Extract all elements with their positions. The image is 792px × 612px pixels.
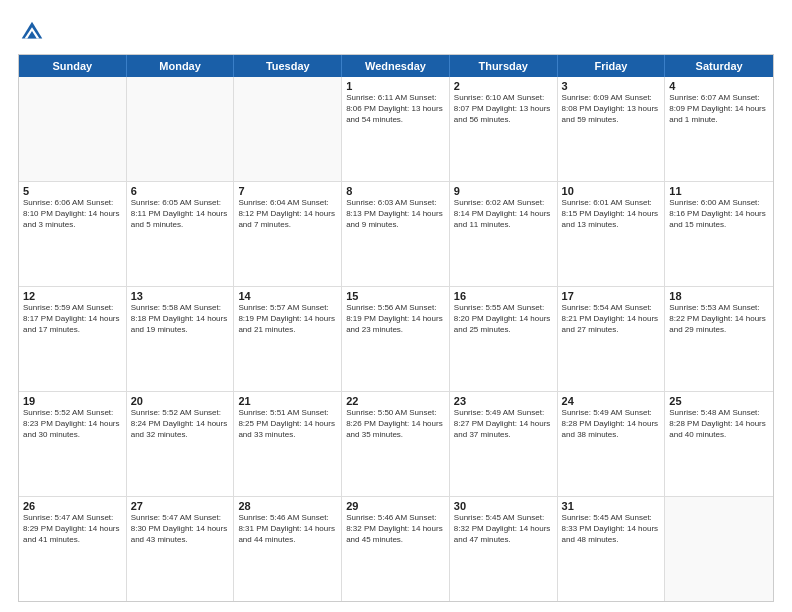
calendar-cell: 27Sunrise: 5:47 AM Sunset: 8:30 PM Dayli… [127, 497, 235, 601]
day-info: Sunrise: 6:01 AM Sunset: 8:15 PM Dayligh… [562, 198, 661, 230]
day-number: 1 [346, 80, 445, 92]
day-number: 21 [238, 395, 337, 407]
calendar-cell: 19Sunrise: 5:52 AM Sunset: 8:23 PM Dayli… [19, 392, 127, 496]
calendar-cell: 17Sunrise: 5:54 AM Sunset: 8:21 PM Dayli… [558, 287, 666, 391]
calendar-cell: 22Sunrise: 5:50 AM Sunset: 8:26 PM Dayli… [342, 392, 450, 496]
calendar-header: SundayMondayTuesdayWednesdayThursdayFrid… [19, 55, 773, 77]
calendar-cell [127, 77, 235, 181]
calendar-cell: 6Sunrise: 6:05 AM Sunset: 8:11 PM Daylig… [127, 182, 235, 286]
calendar-cell: 31Sunrise: 5:45 AM Sunset: 8:33 PM Dayli… [558, 497, 666, 601]
calendar-page: SundayMondayTuesdayWednesdayThursdayFrid… [0, 0, 792, 612]
day-info: Sunrise: 5:50 AM Sunset: 8:26 PM Dayligh… [346, 408, 445, 440]
day-number: 9 [454, 185, 553, 197]
calendar-cell: 1Sunrise: 6:11 AM Sunset: 8:06 PM Daylig… [342, 77, 450, 181]
calendar-row-4: 19Sunrise: 5:52 AM Sunset: 8:23 PM Dayli… [19, 392, 773, 497]
day-info: Sunrise: 5:52 AM Sunset: 8:24 PM Dayligh… [131, 408, 230, 440]
day-number: 3 [562, 80, 661, 92]
day-number: 15 [346, 290, 445, 302]
day-info: Sunrise: 5:46 AM Sunset: 8:31 PM Dayligh… [238, 513, 337, 545]
calendar-cell: 4Sunrise: 6:07 AM Sunset: 8:09 PM Daylig… [665, 77, 773, 181]
day-number: 8 [346, 185, 445, 197]
day-header-friday: Friday [558, 55, 666, 77]
calendar-cell: 26Sunrise: 5:47 AM Sunset: 8:29 PM Dayli… [19, 497, 127, 601]
day-number: 6 [131, 185, 230, 197]
calendar-cell: 7Sunrise: 6:04 AM Sunset: 8:12 PM Daylig… [234, 182, 342, 286]
day-info: Sunrise: 5:45 AM Sunset: 8:33 PM Dayligh… [562, 513, 661, 545]
day-number: 29 [346, 500, 445, 512]
day-number: 14 [238, 290, 337, 302]
logo [18, 18, 50, 46]
day-info: Sunrise: 5:49 AM Sunset: 8:28 PM Dayligh… [562, 408, 661, 440]
calendar-row-2: 5Sunrise: 6:06 AM Sunset: 8:10 PM Daylig… [19, 182, 773, 287]
calendar-cell: 15Sunrise: 5:56 AM Sunset: 8:19 PM Dayli… [342, 287, 450, 391]
day-info: Sunrise: 5:47 AM Sunset: 8:29 PM Dayligh… [23, 513, 122, 545]
calendar-cell: 23Sunrise: 5:49 AM Sunset: 8:27 PM Dayli… [450, 392, 558, 496]
calendar-cell: 13Sunrise: 5:58 AM Sunset: 8:18 PM Dayli… [127, 287, 235, 391]
calendar-cell: 12Sunrise: 5:59 AM Sunset: 8:17 PM Dayli… [19, 287, 127, 391]
day-info: Sunrise: 5:51 AM Sunset: 8:25 PM Dayligh… [238, 408, 337, 440]
calendar-cell: 28Sunrise: 5:46 AM Sunset: 8:31 PM Dayli… [234, 497, 342, 601]
day-info: Sunrise: 5:54 AM Sunset: 8:21 PM Dayligh… [562, 303, 661, 335]
day-number: 31 [562, 500, 661, 512]
calendar-cell: 18Sunrise: 5:53 AM Sunset: 8:22 PM Dayli… [665, 287, 773, 391]
day-info: Sunrise: 6:10 AM Sunset: 8:07 PM Dayligh… [454, 93, 553, 125]
day-number: 26 [23, 500, 122, 512]
day-number: 28 [238, 500, 337, 512]
day-info: Sunrise: 5:53 AM Sunset: 8:22 PM Dayligh… [669, 303, 769, 335]
day-number: 11 [669, 185, 769, 197]
calendar-cell: 9Sunrise: 6:02 AM Sunset: 8:14 PM Daylig… [450, 182, 558, 286]
day-number: 25 [669, 395, 769, 407]
day-header-thursday: Thursday [450, 55, 558, 77]
calendar-row-5: 26Sunrise: 5:47 AM Sunset: 8:29 PM Dayli… [19, 497, 773, 601]
day-info: Sunrise: 6:06 AM Sunset: 8:10 PM Dayligh… [23, 198, 122, 230]
calendar-body: 1Sunrise: 6:11 AM Sunset: 8:06 PM Daylig… [19, 77, 773, 601]
day-info: Sunrise: 6:02 AM Sunset: 8:14 PM Dayligh… [454, 198, 553, 230]
day-info: Sunrise: 5:59 AM Sunset: 8:17 PM Dayligh… [23, 303, 122, 335]
calendar-cell: 30Sunrise: 5:45 AM Sunset: 8:32 PM Dayli… [450, 497, 558, 601]
calendar-cell: 25Sunrise: 5:48 AM Sunset: 8:28 PM Dayli… [665, 392, 773, 496]
calendar-row-3: 12Sunrise: 5:59 AM Sunset: 8:17 PM Dayli… [19, 287, 773, 392]
calendar-cell: 3Sunrise: 6:09 AM Sunset: 8:08 PM Daylig… [558, 77, 666, 181]
day-number: 27 [131, 500, 230, 512]
day-info: Sunrise: 5:45 AM Sunset: 8:32 PM Dayligh… [454, 513, 553, 545]
day-number: 17 [562, 290, 661, 302]
day-info: Sunrise: 5:52 AM Sunset: 8:23 PM Dayligh… [23, 408, 122, 440]
calendar-cell: 24Sunrise: 5:49 AM Sunset: 8:28 PM Dayli… [558, 392, 666, 496]
day-header-wednesday: Wednesday [342, 55, 450, 77]
day-info: Sunrise: 5:46 AM Sunset: 8:32 PM Dayligh… [346, 513, 445, 545]
calendar-cell: 2Sunrise: 6:10 AM Sunset: 8:07 PM Daylig… [450, 77, 558, 181]
day-info: Sunrise: 5:58 AM Sunset: 8:18 PM Dayligh… [131, 303, 230, 335]
day-number: 13 [131, 290, 230, 302]
day-number: 20 [131, 395, 230, 407]
day-number: 24 [562, 395, 661, 407]
calendar-cell [665, 497, 773, 601]
day-header-saturday: Saturday [665, 55, 773, 77]
day-number: 22 [346, 395, 445, 407]
day-number: 12 [23, 290, 122, 302]
calendar-cell: 14Sunrise: 5:57 AM Sunset: 8:19 PM Dayli… [234, 287, 342, 391]
calendar-row-1: 1Sunrise: 6:11 AM Sunset: 8:06 PM Daylig… [19, 77, 773, 182]
day-info: Sunrise: 6:07 AM Sunset: 8:09 PM Dayligh… [669, 93, 769, 125]
day-info: Sunrise: 6:03 AM Sunset: 8:13 PM Dayligh… [346, 198, 445, 230]
calendar-cell [234, 77, 342, 181]
calendar-cell: 5Sunrise: 6:06 AM Sunset: 8:10 PM Daylig… [19, 182, 127, 286]
calendar: SundayMondayTuesdayWednesdayThursdayFrid… [18, 54, 774, 602]
day-number: 18 [669, 290, 769, 302]
day-info: Sunrise: 5:57 AM Sunset: 8:19 PM Dayligh… [238, 303, 337, 335]
calendar-cell: 21Sunrise: 5:51 AM Sunset: 8:25 PM Dayli… [234, 392, 342, 496]
day-number: 10 [562, 185, 661, 197]
day-number: 30 [454, 500, 553, 512]
day-info: Sunrise: 6:05 AM Sunset: 8:11 PM Dayligh… [131, 198, 230, 230]
day-number: 2 [454, 80, 553, 92]
day-number: 19 [23, 395, 122, 407]
calendar-cell: 11Sunrise: 6:00 AM Sunset: 8:16 PM Dayli… [665, 182, 773, 286]
day-header-tuesday: Tuesday [234, 55, 342, 77]
day-info: Sunrise: 5:47 AM Sunset: 8:30 PM Dayligh… [131, 513, 230, 545]
day-info: Sunrise: 6:00 AM Sunset: 8:16 PM Dayligh… [669, 198, 769, 230]
day-info: Sunrise: 5:49 AM Sunset: 8:27 PM Dayligh… [454, 408, 553, 440]
day-info: Sunrise: 5:48 AM Sunset: 8:28 PM Dayligh… [669, 408, 769, 440]
logo-icon [18, 18, 46, 46]
day-info: Sunrise: 6:11 AM Sunset: 8:06 PM Dayligh… [346, 93, 445, 125]
page-header [18, 18, 774, 46]
day-header-monday: Monday [127, 55, 235, 77]
